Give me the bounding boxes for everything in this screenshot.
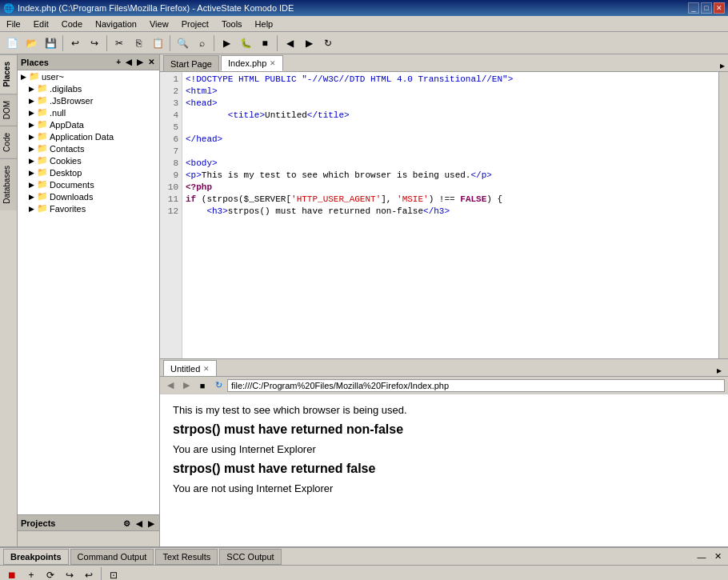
menu-edit[interactable]: Edit (30, 18, 52, 30)
copy-button[interactable]: ⎘ (130, 34, 147, 52)
tree-item-downloads[interactable]: ▶ 📁 Downloads (18, 190, 159, 202)
tab-start-page[interactable]: Start Page (163, 55, 219, 71)
preview-area: Untitled ✕ ▸ ◀ ▶ ■ ↻ This is my test to … (160, 358, 728, 546)
tab-index-php[interactable]: Index.php ✕ (221, 55, 283, 71)
stop-button[interactable]: ■ (256, 34, 274, 52)
cut-button[interactable]: ✂ (110, 34, 128, 52)
tab-text-results[interactable]: Text Results (155, 549, 218, 565)
tree-arrow[interactable]: ▶ (29, 109, 37, 117)
tree-item-favorites[interactable]: ▶ 📁 Favorites (18, 202, 159, 214)
stop-loading-button[interactable]: ■ (195, 378, 210, 393)
tree-arrow[interactable]: ▶ (29, 133, 37, 141)
vert-tab-databases[interactable]: Databases (0, 158, 17, 210)
maximize-button[interactable]: □ (701, 2, 712, 14)
bottom-collapse-btn[interactable]: — (694, 550, 709, 564)
tree-item-cookies[interactable]: ▶ 📁 Cookies (18, 154, 159, 166)
paste-button[interactable]: 📋 (149, 34, 166, 52)
menu-project[interactable]: Project (178, 18, 212, 30)
undo-button[interactable]: ↩ (66, 34, 84, 52)
open-button[interactable]: 📂 (22, 34, 40, 52)
address-bar[interactable] (227, 379, 725, 392)
debug-button[interactable]: 🐛 (237, 34, 254, 52)
tree-arrow[interactable]: ▶ (29, 145, 37, 153)
editor-tab-bar: Start Page Index.php ✕ ▸ (160, 54, 728, 72)
menu-code[interactable]: Code (58, 18, 86, 30)
tab-untitled[interactable]: Untitled ✕ (163, 360, 217, 376)
projects-controls: ⚙ ◀ ▶ (122, 518, 156, 528)
menu-file[interactable]: File (3, 18, 24, 30)
places-new-btn[interactable]: + (114, 58, 122, 66)
line-num-5: 5 (160, 122, 182, 134)
line-num-10: 10 (160, 182, 182, 194)
menu-view[interactable]: View (146, 18, 172, 30)
tree-label: .digilabs (50, 84, 82, 94)
replace-button[interactable]: ⌕ (193, 34, 210, 52)
places-forward-btn[interactable]: ▶ (135, 58, 145, 66)
step-btn-1[interactable]: + (22, 566, 40, 581)
stop-debug-btn[interactable]: ⏹ (3, 566, 21, 581)
vert-tab-dom[interactable]: DOM (0, 94, 17, 126)
line-num-3: 3 (160, 98, 182, 110)
tree-arrow[interactable]: ▶ (29, 85, 37, 93)
tree-item-contacts[interactable]: ▶ 📁 Contacts (18, 142, 159, 154)
run-button[interactable]: ▶ (218, 34, 235, 52)
menu-tools[interactable]: Tools (218, 18, 246, 30)
title-text: 🌐 Index.php (C:\Program Files\Mozilla Fi… (3, 3, 294, 14)
step-btn-2[interactable]: ⟳ (42, 566, 59, 581)
tree-item-digilabs[interactable]: ▶ 📁 .digilabs (18, 82, 159, 94)
tree-item-jsbrowser[interactable]: ▶ 📁 .JsBrowser (18, 94, 159, 106)
tree-arrow[interactable]: ▶ (21, 73, 29, 81)
tree-arrow[interactable]: ▶ (29, 169, 37, 177)
projects-back-btn[interactable]: ◀ (134, 519, 144, 528)
bp-toggle-btn[interactable]: ⊡ (105, 566, 122, 581)
tree-item-application-data[interactable]: ▶ 📁 Application Data (18, 130, 159, 142)
minimize-button[interactable]: _ (688, 2, 699, 14)
step-btn-4[interactable]: ↩ (80, 566, 98, 581)
tree-arrow[interactable]: ▶ (29, 157, 37, 165)
menu-navigation[interactable]: Navigation (92, 18, 140, 30)
editor-scrollbar[interactable] (718, 72, 728, 358)
reload-button[interactable]: ↻ (211, 378, 226, 393)
places-back-btn[interactable]: ◀ (124, 58, 134, 66)
tab-close-icon[interactable]: ✕ (270, 59, 276, 67)
code-line-9: <p>This is my test to see which browser … (186, 170, 715, 182)
tab-command-output[interactable]: Command Output (70, 549, 154, 565)
close-button[interactable]: ✕ (714, 2, 725, 14)
tree-arrow[interactable]: ▶ (29, 97, 37, 105)
tree-item-appdata[interactable]: ▶ 📁 AppData (18, 118, 159, 130)
code-content[interactable]: <!DOCTYPE HTML PUBLIC "-//W3C//DTD HTML … (182, 72, 718, 358)
tree-item-null[interactable]: ▶ 📁 .null (18, 106, 159, 118)
preview-tab-arrow[interactable]: ▸ (714, 365, 725, 376)
menu-help[interactable]: Help (252, 18, 277, 30)
tab-scroll-right[interactable]: ▸ (720, 60, 725, 71)
tree-arrow[interactable]: ▶ (29, 193, 37, 201)
save-button[interactable]: 💾 (42, 34, 59, 52)
folder-icon: 📁 (37, 155, 48, 166)
tab-scc-output[interactable]: SCC Output (219, 549, 281, 565)
tree-item-desktop[interactable]: ▶ 📁 Desktop (18, 166, 159, 178)
tab-breakpoints[interactable]: Breakpoints (3, 549, 69, 565)
menu-bar: File Edit Code Navigation View Project T… (0, 16, 728, 32)
vert-tab-code[interactable]: Code (0, 126, 17, 158)
tree-arrow[interactable]: ▶ (29, 205, 37, 213)
tree-arrow[interactable]: ▶ (29, 181, 37, 189)
places-close-btn[interactable]: ✕ (146, 58, 156, 66)
forward-button[interactable]: ▶ (179, 378, 194, 393)
tree-item-user[interactable]: ▶ 📁 user~ (18, 70, 159, 82)
tree-arrow[interactable]: ▶ (29, 121, 37, 129)
step-btn-3[interactable]: ↪ (61, 566, 78, 581)
browser-forward[interactable]: ▶ (300, 34, 318, 52)
editor-area: Start Page Index.php ✕ ▸ 1 2 3 4 5 6 7 8… (160, 54, 728, 546)
browser-refresh[interactable]: ↻ (319, 34, 337, 52)
preview-tab-close-icon[interactable]: ✕ (203, 365, 210, 373)
browser-back[interactable]: ◀ (281, 34, 298, 52)
redo-button[interactable]: ↪ (86, 34, 103, 52)
search-button[interactable]: 🔍 (174, 34, 191, 52)
projects-settings-btn[interactable]: ⚙ (122, 519, 132, 528)
new-button[interactable]: 📄 (3, 34, 21, 52)
projects-forward-btn[interactable]: ▶ (146, 519, 156, 528)
tree-item-documents[interactable]: ▶ 📁 Documents (18, 178, 159, 190)
back-button[interactable]: ◀ (163, 378, 178, 393)
vert-tab-places[interactable]: Places (0, 54, 17, 94)
bottom-close-btn[interactable]: ✕ (710, 550, 725, 564)
